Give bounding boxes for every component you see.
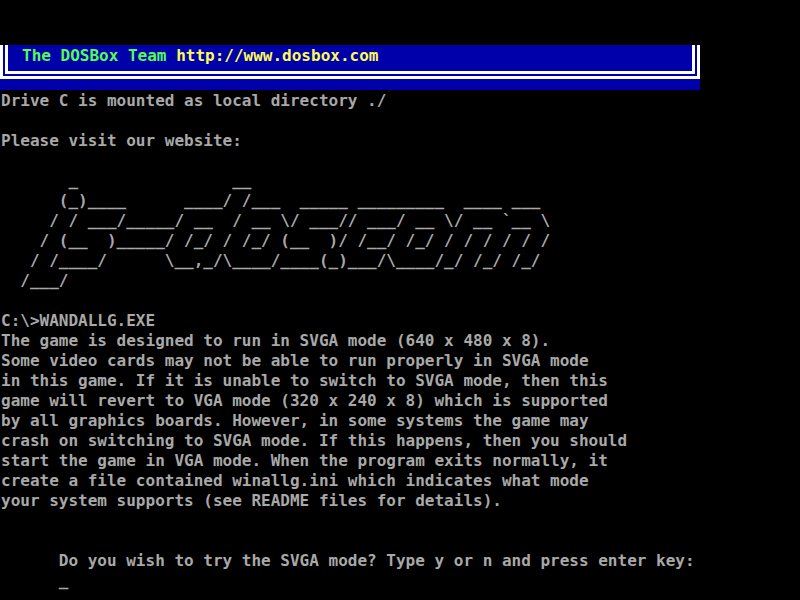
banner-box: The DOSBox Team http://www.dosbox.com xyxy=(0,45,700,79)
text-cursor: _ xyxy=(59,571,69,590)
command-prompt-line[interactable]: Do you wish to try the SVGA mode? Type y… xyxy=(1,531,695,551)
terminal-line: Please visit our website: xyxy=(1,131,695,151)
ascii-art-line: / (__ )_____/ /_/ / /_/ (__ )/ /__/ /_/ … xyxy=(1,231,695,251)
terminal-screen: The DOSBox Team http://www.dosbox.com Dr… xyxy=(0,0,800,600)
terminal-line: Drive C is mounted as local directory ./ xyxy=(1,91,695,111)
terminal-line: The game is designed to run in SVGA mode… xyxy=(1,331,695,351)
command-line: C:\>WANDALLG.EXE xyxy=(1,311,695,331)
terminal-line: start the game in VGA mode. When the pro… xyxy=(1,451,695,471)
terminal-line: create a file contained winallg.ini whic… xyxy=(1,471,695,491)
terminal-line xyxy=(1,151,695,171)
terminal-line xyxy=(1,291,695,311)
banner-strip xyxy=(0,79,700,90)
ascii-art-line: _ __ xyxy=(1,171,695,191)
ascii-art-line: / /____/ \__,_/\____/____(_)___/\____/_/… xyxy=(1,251,695,271)
dosbox-team-label: The DOSBox Team xyxy=(22,46,167,65)
terminal-output: Drive C is mounted as local directory ./… xyxy=(1,91,695,551)
dosbox-url: http://www.dosbox.com xyxy=(176,46,378,65)
terminal-line: by all graphics boards. However, in some… xyxy=(1,411,695,431)
terminal-line: in this game. If it is unable to switch … xyxy=(1,371,695,391)
ascii-art-line: /___/ xyxy=(1,271,695,291)
ascii-art-line: (_)____ ____/ /___ _____ _________ ____ … xyxy=(1,191,695,211)
prompt-text: Do you wish to try the SVGA mode? Type y… xyxy=(59,551,695,570)
terminal-line: your system supports (see README files f… xyxy=(1,491,695,511)
terminal-line xyxy=(1,511,695,531)
terminal-line: Some video cards may not be able to run … xyxy=(1,351,695,371)
terminal-line: game will revert to VGA mode (320 x 240 … xyxy=(1,391,695,411)
terminal-line: crash on switching to SVGA mode. If this… xyxy=(1,431,695,451)
ascii-art-line: / / ___/_____/ __ / __ \/ ___// ___/ __ … xyxy=(1,211,695,231)
terminal-line xyxy=(1,111,695,131)
dosbox-banner: The DOSBox Team http://www.dosbox.com xyxy=(0,45,700,90)
